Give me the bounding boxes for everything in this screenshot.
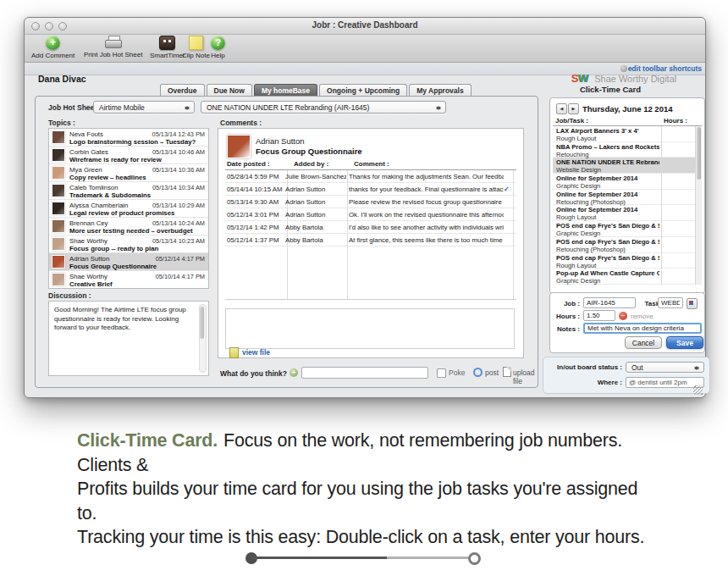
- task-name: Graphic Design: [556, 277, 659, 285]
- tab-ongoing-upcoming[interactable]: Ongoing + Upcoming: [319, 84, 407, 96]
- job-name: POS end cap Frye's San Diego & San Marco…: [556, 222, 659, 230]
- post-icon[interactable]: [473, 368, 483, 377]
- view-file-link[interactable]: view file: [242, 348, 270, 357]
- comment-row[interactable]: 05/13/14 9:30 AMAdrian SuttonPlease revi…: [225, 196, 516, 208]
- task-name: Rough Layout: [556, 262, 659, 269]
- notes-field[interactable]: [583, 323, 702, 334]
- add-icon[interactable]: [290, 368, 298, 377]
- tab-my-approvals[interactable]: My Approvals: [409, 84, 471, 96]
- job-task-row[interactable]: Online for September 2014Retouching (Pho…: [553, 190, 698, 206]
- topic-subject: Legal review of product promises: [69, 209, 205, 217]
- topic-subject: Trademark & Subdomains: [69, 191, 205, 199]
- job-task-list: LAX Airport Banners 3' x 4'Rough LayoutN…: [553, 126, 698, 285]
- topic-date: 05/12/14 4:17 PM: [156, 255, 205, 263]
- resize-grip[interactable]: [693, 385, 703, 395]
- comment-row[interactable]: 05/12/14 1:42 PMAbby BartolaI'd also lik…: [225, 221, 516, 234]
- task-lookup-icon[interactable]: [687, 298, 698, 309]
- discussion-scrollbar[interactable]: [199, 304, 207, 373]
- topic-row[interactable]: Corbin Gates05/13/14 10:46 AMWireframe i…: [49, 147, 208, 164]
- topic-subject: Focus Group Questionnaire: [69, 263, 205, 270]
- tab-due-now[interactable]: Due Now: [207, 84, 252, 96]
- job-name: NBA Promo – Lakers and Rockets: [556, 143, 659, 151]
- job-task-row[interactable]: POS end cap Frye's San Diego & San Marco…: [553, 253, 698, 269]
- task-name: Retouching (Photoshop): [556, 246, 659, 253]
- topic-row[interactable]: Shae Worthy05/13/14 10:23 AMFocus group …: [49, 235, 208, 253]
- toolbar-item-label: Clip Note: [182, 52, 210, 59]
- comment-row[interactable]: 05/14/14 10:15 AMAdrian Suttonthanks for…: [225, 183, 516, 196]
- inout-status-select[interactable]: Out: [626, 362, 704, 373]
- job-name: POS end cap Frye's San Diego & San Marco…: [556, 238, 659, 246]
- attachment-preview-box: [225, 308, 515, 349]
- comment-date: 05/14/14 10:15 AM: [225, 186, 285, 193]
- job-task-row[interactable]: Online for September 2014Rough Layout: [553, 205, 698, 221]
- save-button[interactable]: Save: [666, 336, 703, 349]
- select-arrows-icon: [185, 104, 190, 112]
- client-select[interactable]: Airtime Mobile: [93, 101, 195, 114]
- comment-input[interactable]: [301, 367, 428, 379]
- topic-row[interactable]: Mya Green05/13/14 10:36 AMCopy review – …: [49, 164, 208, 182]
- task-field[interactable]: [658, 297, 683, 308]
- topics-label: Topics :: [48, 119, 75, 127]
- job-list-scrollbar[interactable]: [695, 126, 702, 285]
- job-select[interactable]: ONE NATION UNDER LTE Rebranding (AIR-164…: [201, 101, 446, 114]
- scroll-thumb[interactable]: [697, 127, 701, 180]
- comment-rows: 05/28/14 5:59 PMJulie Brown-SanchezThank…: [225, 170, 516, 246]
- checkmark-icon[interactable]: ✓: [504, 186, 514, 193]
- job-field[interactable]: [583, 297, 636, 308]
- topic-row[interactable]: Adrian Sutton05/12/14 4:17 PMFocus Group…: [49, 253, 208, 271]
- job-name: Online for September 2014: [556, 206, 659, 213]
- avatar: [52, 202, 65, 215]
- topic-row[interactable]: Caleb Tomlinson05/13/14 10:34 AMTrademar…: [49, 182, 208, 200]
- poke-checkbox[interactable]: [437, 368, 446, 378]
- discussion-box[interactable]: Good Morning! The Airtime LTE focus grou…: [48, 301, 209, 376]
- hours-field[interactable]: [583, 310, 615, 321]
- topic-header: Neva Fouts05/13/14 12:43 PM: [69, 130, 205, 138]
- comment-row[interactable]: 05/12/14 1:37 PMAbby BartolaAt first gla…: [225, 234, 516, 246]
- caption-line-3: Tracking your time is this easy: Double-…: [77, 525, 653, 550]
- title-bar[interactable]: Jobr : Creative Dashboard: [25, 18, 705, 35]
- job-task-row[interactable]: ONE NATION UNDER LTE RebrandingWebsite D…: [553, 158, 698, 174]
- topic-row[interactable]: Brennan Cey05/13/14 10:24 AMMore user te…: [49, 218, 208, 235]
- clip-note-icon: [189, 36, 203, 50]
- toolbar-item-label: Print Job Hot Sheet: [84, 51, 142, 58]
- comment-row[interactable]: 05/12/14 3:01 PMAdrian SuttonOk. I'll wo…: [225, 208, 516, 221]
- upload-file-label[interactable]: upload file: [513, 368, 538, 385]
- toolbar-item-add-comment[interactable]: Add Comment: [31, 36, 74, 59]
- app-window: Jobr : Creative Dashboard Add CommentPri…: [24, 17, 706, 398]
- job-task-row[interactable]: LAX Airport Banners 3' x 4'Rough Layout: [553, 126, 698, 142]
- comment-row[interactable]: 05/28/14 5:59 PMJulie Brown-SanchezThank…: [225, 170, 516, 183]
- comments-label: Comments :: [220, 119, 262, 127]
- post-label[interactable]: post: [485, 368, 499, 377]
- job-task-row[interactable]: POS end cap Frye's San Diego & San Marco…: [553, 221, 698, 237]
- next-day-button[interactable]: [568, 103, 579, 114]
- toolbar-item-help[interactable]: Help: [211, 36, 225, 59]
- topic-row[interactable]: Alyssa Chamberlain05/13/14 10:29 AMLegal…: [49, 200, 208, 218]
- topic-date: 05/13/14 12:43 PM: [152, 130, 205, 138]
- topic-row[interactable]: Neva Fouts05/13/14 12:43 PMLogo brainsto…: [49, 129, 208, 147]
- toolbar-item-print-job-hot-sheet[interactable]: Print Job Hot Sheet: [84, 36, 142, 58]
- topic-name: Adrian Sutton: [69, 255, 109, 263]
- topic-date: 05/10/14 4:17 PM: [156, 273, 205, 280]
- topic-date: 05/13/14 10:46 AM: [152, 148, 205, 156]
- job-task-row[interactable]: Online for September 2014Graphic Design: [553, 174, 698, 190]
- task-name: Rough Layout: [556, 213, 659, 221]
- tab-overdue[interactable]: Overdue: [160, 84, 205, 96]
- job-task-row[interactable]: Pop-up Ad When Castle Capture Game is LG…: [553, 269, 698, 285]
- job-task-row[interactable]: NBA Promo – Lakers and RocketsRetouching: [553, 142, 698, 158]
- toolbar-item-smarttimer[interactable]: SmartTimer: [150, 36, 185, 59]
- toolbar-item-clip-note[interactable]: Clip Note: [182, 36, 210, 59]
- scroll-thumb[interactable]: [200, 307, 204, 339]
- comment-date: 05/12/14 1:42 PM: [225, 224, 285, 231]
- topic-header: Shae Worthy05/10/14 4:17 PM: [69, 273, 205, 280]
- cancel-button[interactable]: Cancel: [625, 336, 662, 349]
- remove-label[interactable]: remove: [631, 313, 654, 320]
- remove-icon[interactable]: [619, 312, 627, 320]
- tab-my-homebase[interactable]: My homeBase: [254, 84, 317, 96]
- upload-file-icon[interactable]: [503, 367, 511, 377]
- job-task-row[interactable]: POS end cap Frye's San Diego & San Marco…: [553, 237, 698, 253]
- pager-dot-open[interactable]: [468, 552, 481, 565]
- company-logo-icon: SW: [571, 72, 587, 85]
- topic-row[interactable]: Shae Worthy05/10/14 4:17 PMCreative Brie…: [49, 271, 208, 289]
- previous-day-button[interactable]: [556, 103, 567, 114]
- avatar: [52, 273, 65, 286]
